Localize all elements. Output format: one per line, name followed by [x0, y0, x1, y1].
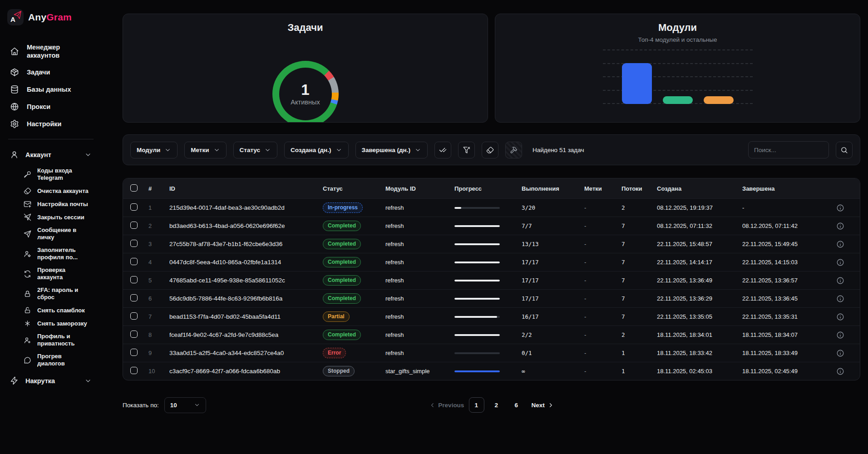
- row-checkbox[interactable]: [130, 367, 138, 374]
- user-round-icon: [24, 336, 31, 344]
- info-icon[interactable]: [836, 204, 844, 212]
- sidebar-item-remove-spamblock[interactable]: Снять спамблок: [7, 304, 94, 317]
- sidebar-item-databases[interactable]: Базы данных: [7, 81, 94, 98]
- labels-value: -: [584, 277, 621, 284]
- select-all-button[interactable]: [434, 142, 451, 158]
- threads-count: 7: [621, 277, 657, 284]
- page-button-6[interactable]: 6: [508, 397, 524, 413]
- info-icon[interactable]: [836, 367, 844, 375]
- info-icon[interactable]: [836, 295, 844, 303]
- sidebar-item-account-cleanup[interactable]: Очистка аккаунта: [7, 184, 94, 197]
- chevron-down-icon: [84, 151, 92, 158]
- search-input[interactable]: [748, 141, 829, 158]
- filter-created-dropdown[interactable]: Создана (дн.): [284, 142, 348, 158]
- sidebar-item-settings[interactable]: Настройки: [7, 115, 94, 133]
- row-checkbox[interactable]: [130, 349, 138, 356]
- per-page-select[interactable]: 10: [164, 397, 206, 413]
- info-icon[interactable]: [836, 349, 844, 357]
- row-checkbox[interactable]: [130, 276, 138, 283]
- sidebar-item-label: Прокси: [27, 103, 50, 111]
- progress-fill: [454, 225, 500, 227]
- per-page-control: Показать по: 10: [123, 397, 206, 413]
- table-row[interactable]: 7 bead1153-f7fa-4d07-bd02-45baa5fa4d11 P…: [123, 307, 860, 326]
- col-header-finished: Завершена: [742, 185, 836, 192]
- filter-finished-dropdown[interactable]: Завершена (дн.): [355, 142, 428, 158]
- chat-icon: [24, 356, 31, 364]
- page-button-1[interactable]: 1: [469, 397, 484, 413]
- tools-button[interactable]: [505, 142, 522, 158]
- col-header-index: #: [148, 185, 169, 192]
- filter-modules-dropdown[interactable]: Модули: [130, 142, 178, 158]
- status-badge: Stopped: [323, 366, 355, 376]
- row-checkbox[interactable]: [130, 331, 138, 338]
- next-page-button[interactable]: Next: [531, 402, 554, 409]
- status-badge: Completed: [323, 275, 361, 286]
- sidebar-item-label: Настройки: [27, 120, 62, 128]
- row-checkbox[interactable]: [130, 222, 138, 229]
- brand[interactable]: A AnyGram: [7, 9, 94, 25]
- sidebar-section-boost[interactable]: Накрутка: [7, 373, 94, 389]
- previous-page-button[interactable]: Previous: [429, 402, 464, 409]
- brand-name: AnyGram: [28, 12, 72, 23]
- sidebar-section-account[interactable]: Аккаунт: [7, 147, 94, 163]
- table-row[interactable]: 9 33aa0d15-a2f5-4ca0-a344-edc8527ce4a0 E…: [123, 344, 860, 362]
- sidebar-item-unfreeze[interactable]: Снять заморозку: [7, 317, 94, 330]
- row-index: 9: [148, 350, 169, 356]
- filter-labels-dropdown[interactable]: Метки: [184, 142, 226, 158]
- sidebar-item-close-sessions[interactable]: Закрыть сессии: [7, 211, 94, 224]
- row-index: 5: [148, 277, 169, 284]
- row-checkbox[interactable]: [130, 294, 138, 301]
- info-icon[interactable]: [836, 258, 844, 266]
- row-checkbox[interactable]: [130, 203, 138, 211]
- table-row[interactable]: 4 0447dc8f-5eea-4d10-865a-02fbfe1a1314 C…: [123, 253, 860, 271]
- table-row[interactable]: 3 27c55b78-af78-43e7-b1b1-f62cbe6e3d36 C…: [123, 235, 860, 253]
- filter-status-dropdown[interactable]: Статус: [233, 142, 278, 158]
- sidebar-item-mail-setup[interactable]: Настройка почты: [7, 197, 94, 211]
- progress-bar: [454, 280, 500, 281]
- sidebar-item-proxies[interactable]: Прокси: [7, 98, 94, 115]
- page-button-2[interactable]: 2: [488, 397, 504, 413]
- sidebar-item-label: Коды входа Telegram: [37, 167, 91, 182]
- sidebar-item-tasks[interactable]: Задачи: [7, 64, 94, 81]
- executions-count: 3/20: [522, 204, 584, 211]
- table-row[interactable]: 2 bd3aed63-b613-4bad-a056-0620e696f62e C…: [123, 217, 860, 235]
- chevron-down-icon: [264, 147, 271, 153]
- table-row[interactable]: 5 47685abd-ce11-495e-938e-85a58611052c C…: [123, 271, 860, 289]
- executions-count: ∞: [522, 368, 584, 375]
- table-row[interactable]: 10 c3acf9c7-8669-42f7-a066-fdcaa6b680ab …: [123, 362, 860, 380]
- info-icon[interactable]: [836, 240, 844, 248]
- info-icon[interactable]: [836, 222, 844, 230]
- info-icon[interactable]: [836, 331, 844, 339]
- sidebar-item-direct-message[interactable]: Сообщение в личку: [7, 224, 94, 244]
- progress-bar: [454, 370, 500, 372]
- select-all-checkbox[interactable]: [130, 184, 138, 192]
- table-row[interactable]: 8 fceaf1f4-9e02-4c67-a2fd-9e7c9d88c5ea C…: [123, 326, 860, 344]
- sidebar-item-dialog-warmup[interactable]: Прогрев диалогов: [7, 350, 94, 370]
- sidebar-item-profile-privacy[interactable]: Профиль и приватность: [7, 330, 94, 350]
- zap-icon: [10, 376, 19, 385]
- sidebar-item-2fa[interactable]: 2FA: пароль и сброс: [7, 284, 94, 304]
- clear-filters-button[interactable]: [458, 142, 475, 158]
- dropdown-label: Завершена (дн.): [362, 147, 410, 153]
- sidebar-item-profile-filler[interactable]: Заполнитель профиля по...: [7, 244, 94, 264]
- task-id: 215d39e4-0017-4daf-bea3-ae30c90adb2d: [169, 204, 323, 211]
- main-nav: Менеджер аккаунтов Задачи Базы данных Пр…: [7, 39, 94, 133]
- sidebar-item-account-check[interactable]: Проверка аккаунта: [7, 264, 94, 284]
- table-row[interactable]: 1 215d39e4-0017-4daf-bea3-ae30c90adb2d I…: [123, 198, 860, 217]
- row-index: 2: [148, 222, 169, 229]
- module-id: star_gifts_simple: [385, 368, 454, 375]
- info-icon[interactable]: [836, 276, 844, 285]
- row-checkbox[interactable]: [130, 312, 138, 320]
- row-checkbox[interactable]: [130, 240, 138, 247]
- row-checkbox[interactable]: [130, 258, 138, 265]
- sidebar-item-login-codes[interactable]: Коды входа Telegram: [7, 164, 94, 184]
- tasks-donut-center: 1 Активных: [279, 68, 332, 120]
- erase-button[interactable]: [482, 142, 498, 158]
- sidebar-item-label: Заполнитель профиля по...: [37, 247, 91, 261]
- chevron-left-icon: [429, 402, 435, 409]
- sidebar-item-account-manager[interactable]: Менеджер аккаунтов: [7, 39, 94, 64]
- search-button[interactable]: [836, 142, 853, 158]
- progress-fill: [454, 280, 500, 281]
- info-icon[interactable]: [836, 313, 844, 321]
- table-row[interactable]: 6 56dc9db5-7886-44fe-8c63-9296fb6b816a C…: [123, 289, 860, 307]
